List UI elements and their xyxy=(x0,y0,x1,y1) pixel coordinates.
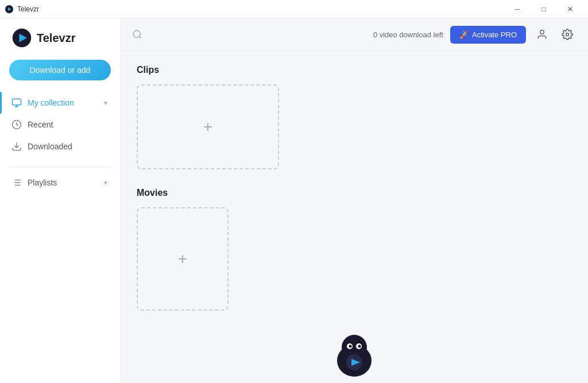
sidebar-item-label-recent: Recent xyxy=(28,120,109,129)
sidebar-item-label-downloaded: Downloaded xyxy=(28,142,109,151)
topbar-right: 0 video download left 🚀 Activate PRO xyxy=(373,25,577,44)
add-clip-plus-icon: + xyxy=(203,118,212,136)
sidebar-item-recent[interactable]: Recent xyxy=(0,114,120,136)
clock-icon xyxy=(11,119,22,130)
svg-point-15 xyxy=(133,30,140,37)
maximize-button[interactable]: □ xyxy=(531,0,557,18)
activate-pro-button[interactable]: 🚀 Activate PRO xyxy=(450,26,526,44)
list-icon xyxy=(11,177,22,188)
svg-point-24 xyxy=(358,345,361,348)
clips-section: Clips + xyxy=(137,65,572,169)
sidebar-item-my-collection[interactable]: My collection ▼ xyxy=(0,92,120,114)
playlists-arrow-icon: ▼ xyxy=(103,180,109,186)
collection-icon xyxy=(11,98,22,108)
download-or-add-button[interactable]: Download or add xyxy=(9,60,111,80)
content-area: 0 video download left 🚀 Activate PRO xyxy=(121,18,588,383)
sidebar-item-downloaded[interactable]: Downloaded xyxy=(0,136,120,157)
movies-grid: + xyxy=(137,207,572,311)
add-clip-button[interactable]: + xyxy=(137,84,279,169)
add-movie-button[interactable]: + xyxy=(137,207,229,311)
download-icon xyxy=(11,141,22,152)
user-profile-button[interactable] xyxy=(533,25,551,44)
topbar: 0 video download left 🚀 Activate PRO xyxy=(121,18,588,51)
titlebar: Televzr ─ □ ✕ xyxy=(0,0,588,18)
clips-grid: + xyxy=(137,84,572,169)
sidebar-item-label-playlists: Playlists xyxy=(28,178,97,187)
sidebar-item-playlists[interactable]: Playlists ▼ xyxy=(0,172,120,194)
minimize-button[interactable]: ─ xyxy=(504,0,531,18)
app-title: Televzr xyxy=(17,5,39,13)
sidebar-logo-icon xyxy=(11,28,32,48)
titlebar-controls: ─ □ ✕ xyxy=(504,0,583,18)
activate-btn-label: Activate PRO xyxy=(472,30,517,39)
svg-line-16 xyxy=(139,36,141,38)
close-button[interactable]: ✕ xyxy=(557,0,583,18)
video-download-count: 0 video download left xyxy=(373,30,443,39)
movies-section: Movies + xyxy=(137,188,572,311)
search-area xyxy=(132,29,366,40)
sidebar: Televzr Download or add My collection ▼ xyxy=(0,18,121,383)
search-icon xyxy=(132,29,142,40)
app-logo-icon xyxy=(5,5,14,14)
sidebar-logo-area: Televzr xyxy=(0,28,120,60)
mascot-area xyxy=(137,329,572,381)
sidebar-nav: My collection ▼ Recent xyxy=(0,92,120,162)
sidebar-logo-text: Televzr xyxy=(37,32,75,45)
settings-button[interactable] xyxy=(558,25,577,44)
sidebar-item-label-my-collection: My collection xyxy=(28,98,97,107)
main-content: Clips + Movies + xyxy=(121,51,588,383)
collection-arrow-icon: ▼ xyxy=(103,100,109,106)
sidebar-divider xyxy=(9,167,111,167)
mascot-icon xyxy=(328,329,380,381)
svg-point-23 xyxy=(349,345,352,348)
svg-rect-4 xyxy=(13,99,21,105)
app-body: Televzr Download or add My collection ▼ xyxy=(0,18,588,383)
movies-section-title: Movies xyxy=(137,188,572,198)
add-movie-plus-icon: + xyxy=(178,250,187,268)
svg-point-18 xyxy=(566,33,569,36)
rocket-icon: 🚀 xyxy=(459,30,469,39)
clips-section-title: Clips xyxy=(137,65,572,75)
titlebar-left: Televzr xyxy=(5,5,39,14)
svg-point-17 xyxy=(540,30,544,34)
